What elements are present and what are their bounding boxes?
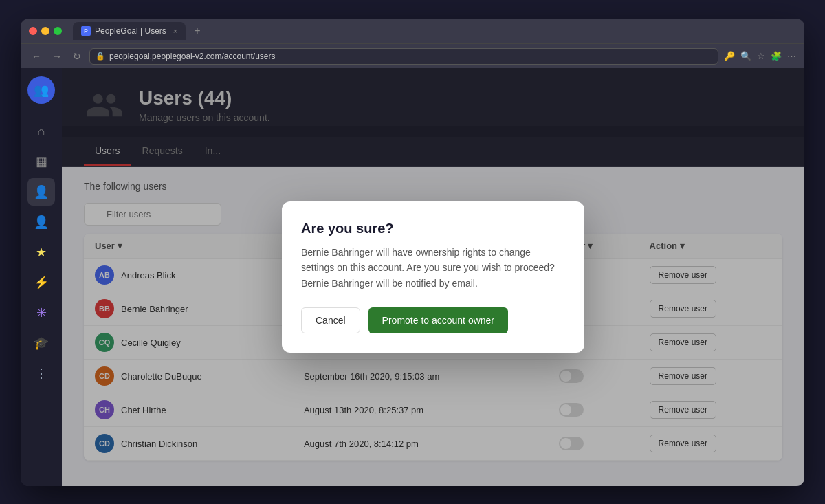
- traffic-lights: [29, 27, 62, 35]
- active-tab[interactable]: P PeopleGoal | Users ×: [73, 22, 186, 40]
- extensions-icon[interactable]: 🧩: [771, 51, 782, 61]
- menu-icon[interactable]: ⋯: [787, 51, 796, 61]
- sidebar-item-goals[interactable]: ★: [28, 239, 55, 266]
- sidebar-item-dashboard[interactable]: ▦: [28, 148, 55, 175]
- modal-title: Are you sure?: [301, 221, 565, 237]
- app-logo[interactable]: 👥: [28, 76, 55, 104]
- back-button[interactable]: ←: [29, 50, 44, 63]
- modal-actions: Cancel Promote to account owner: [301, 307, 565, 333]
- sidebar: 👥 ⌂ ▦ 👤 👤 ★ ⚡ ✳ 🎓 ⋮: [21, 68, 62, 486]
- sidebar-item-users[interactable]: 👤: [28, 178, 55, 206]
- forward-button[interactable]: →: [50, 50, 65, 63]
- lock-icon: 🔒: [96, 52, 105, 61]
- modal-overlay: Are you sure? Bernie Bahringer will have…: [62, 68, 804, 486]
- main-area: Users (44) Manage users on this account.…: [62, 68, 804, 486]
- browser-actions: 🔑 🔍 ☆ 🧩 ⋯: [724, 51, 796, 61]
- close-button[interactable]: [29, 27, 37, 35]
- modal-body: Bernie Bahringer will have ownership rig…: [301, 245, 565, 291]
- tab-favicon: P: [81, 26, 91, 36]
- promote-to-owner-button[interactable]: Promote to account owner: [368, 307, 508, 333]
- maximize-button[interactable]: [54, 27, 62, 35]
- app-content: 👥 ⌂ ▦ 👤 👤 ★ ⚡ ✳ 🎓 ⋮ Users (44): [21, 68, 804, 486]
- url-bar[interactable]: 🔒 peoplegoal.peoplegoal-v2.com/account/u…: [89, 48, 718, 65]
- sidebar-item-learning[interactable]: 🎓: [28, 329, 55, 357]
- address-bar-container: ← → ↻ 🔒 peoplegoal.peoplegoal-v2.com/acc…: [21, 43, 804, 68]
- new-tab-button[interactable]: +: [188, 22, 206, 40]
- browser-titlebar: P PeopleGoal | Users × +: [21, 19, 804, 43]
- key-icon[interactable]: 🔑: [724, 51, 735, 61]
- sidebar-item-activity[interactable]: ⚡: [28, 269, 55, 296]
- zoom-icon[interactable]: 🔍: [740, 51, 751, 61]
- tab-bar: P PeopleGoal | Users × +: [73, 22, 796, 40]
- sidebar-item-org[interactable]: ⋮: [28, 360, 55, 387]
- confirmation-dialog: Are you sure? Bernie Bahringer will have…: [282, 201, 584, 353]
- refresh-button[interactable]: ↻: [70, 50, 84, 63]
- sidebar-item-home[interactable]: ⌂: [28, 118, 55, 145]
- tab-title: PeopleGoal | Users: [95, 26, 166, 36]
- tab-close-icon[interactable]: ×: [173, 27, 177, 35]
- url-text: peoplegoal.peoplegoal-v2.com/account/use…: [109, 52, 276, 61]
- browser-window: P PeopleGoal | Users × + ← → ↻ 🔒 peopleg…: [21, 19, 804, 486]
- cancel-button[interactable]: Cancel: [301, 307, 360, 333]
- sidebar-item-integrations[interactable]: ✳: [28, 299, 55, 327]
- bookmark-icon[interactable]: ☆: [757, 51, 765, 61]
- minimize-button[interactable]: [41, 27, 50, 35]
- sidebar-item-people[interactable]: 👤: [28, 208, 55, 236]
